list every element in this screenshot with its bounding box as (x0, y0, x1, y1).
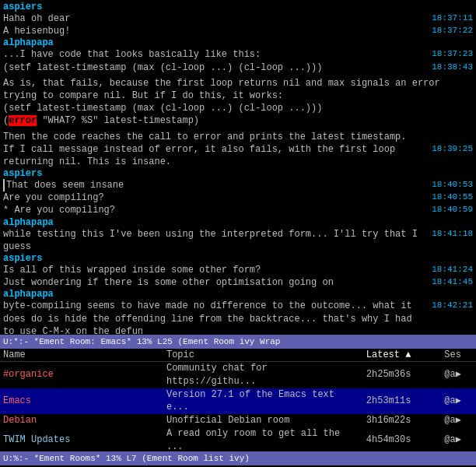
message-text: Then the code reaches the call to error … (3, 131, 467, 143)
col-header-latest: Latest ▲ (363, 349, 442, 362)
room-name-cell: Emacs (0, 388, 163, 415)
col-header-session: Ses (441, 349, 476, 362)
room-name-cell: Debian (0, 414, 163, 427)
message-text: ...I have code that looks basically like… (3, 48, 425, 61)
message-text: while testing this I've been using the i… (3, 228, 425, 253)
author-label: aspiers (3, 168, 42, 179)
room-name[interactable]: Emacs (3, 395, 31, 406)
message-group: aspiers (3, 168, 473, 179)
message-text: A heisenbug! (3, 25, 425, 37)
col-header-name: Name (0, 349, 163, 362)
message-line: Then the code reaches the call to error … (3, 131, 473, 143)
message-line: ...I have code that looks basically like… (3, 48, 473, 61)
room-latest-cell: 4h54m30s (363, 427, 442, 451)
message-line: byte-compiling seems to have made no dif… (3, 300, 473, 335)
table-row[interactable]: EmacsVersion 27.1 of the Emacs text e...… (0, 388, 476, 415)
message-text: (setf latest-timestamp (max (cl-loop ...… (3, 61, 425, 74)
message-text: As is, that fails, because the first loo… (3, 77, 467, 102)
room-topic-cell: Community chat for https://githu... (163, 362, 363, 388)
room-session-cell: @a▶ (441, 414, 476, 427)
message-time: 18:37:23 (432, 48, 473, 60)
room-topic-cell: A read only room to get all the ... (163, 427, 363, 451)
room-latest-cell: 2h53m11s (363, 388, 442, 415)
message-text: * Are you compiling? (3, 204, 425, 216)
room-name[interactable]: #organice (3, 369, 54, 380)
room-session-cell: @a▶ (441, 388, 476, 415)
room-topic-cell: Version 27.1 of the Emacs text e... (163, 388, 363, 415)
message-group: alphapapa (3, 37, 473, 48)
message-line: Are you compiling? 18:40:55 (3, 191, 473, 204)
message-line: (setf latest-timestamp (max (cl-loop ...… (3, 102, 473, 114)
room-latest-cell: 2h25m36s (363, 362, 442, 388)
message-time: 18:37:22 (432, 25, 473, 37)
author-label: aspiers (3, 2, 42, 12)
room-name[interactable]: Debian (3, 415, 37, 426)
room-name-cell: TWIM Updates (0, 427, 163, 451)
message-line: That does seem insane 18:40:53 (3, 179, 473, 191)
message-group: alphapapa (3, 217, 473, 228)
message-group: aspiers (3, 2, 473, 12)
message-text: If I call message instead of error, it a… (3, 143, 425, 168)
message-text: (error "WHAT? %S" latest-timestamp) (3, 114, 467, 127)
message-text: byte-compiling seems to have made no dif… (3, 300, 425, 335)
message-line: As is, that fails, because the first loo… (3, 77, 473, 102)
message-line: Is all of this wrapped inside some other… (3, 264, 473, 276)
message-time: 18:38:43 (432, 61, 473, 73)
room-topic-cell: Unofficial Debian room (163, 414, 363, 427)
author-label: alphapapa (3, 37, 54, 48)
message-group: aspiers (3, 253, 473, 264)
mode-line-text: U:*:- *Ement Room: Emacs* 13% L25 (Ement… (3, 337, 280, 346)
message-time: 18:40:55 (432, 191, 473, 203)
table-header-row: Name Topic Latest ▲ Ses (0, 349, 476, 362)
author-label: alphapapa (3, 289, 54, 300)
message-text: Is all of this wrapped inside some other… (3, 264, 425, 276)
rooms-tbody: #organiceCommunity chat for https://gith… (0, 362, 476, 452)
table-row[interactable]: DebianUnofficial Debian room3h16m22s@a▶ (0, 414, 476, 427)
message-text: Haha oh dear (3, 12, 425, 25)
message-text: Just wondering if there is some other op… (3, 276, 425, 289)
message-time: 18:39:25 (432, 143, 473, 155)
room-name-cell: #organice (0, 362, 163, 388)
col-header-topic: Topic (163, 349, 363, 362)
rooms-table: Name Topic Latest ▲ Ses #organiceCommuni… (0, 349, 476, 451)
author-label: alphapapa (3, 217, 54, 228)
message-line: * Are you compiling? 18:40:59 (3, 204, 473, 216)
error-token: error (9, 115, 37, 126)
message-time: 18:40:59 (432, 204, 473, 216)
message-time: 18:40:53 (432, 179, 473, 191)
room-name[interactable]: TWIM Updates (3, 434, 70, 445)
message-text: That does seem insane (3, 179, 425, 191)
message-time: 18:42:21 (432, 300, 473, 311)
chat-mode-line: U:*:- *Ement Room: Emacs* 13% L25 (Ement… (0, 335, 476, 349)
message-line: Just wondering if there is some other op… (3, 276, 473, 289)
message-group: alphapapa (3, 289, 473, 300)
table-row[interactable]: #organiceCommunity chat for https://gith… (0, 362, 476, 388)
author-label: aspiers (3, 253, 42, 264)
message-line: Haha oh dear 18:37:11 (3, 12, 473, 25)
room-session-cell: @a▶ (441, 362, 476, 388)
message-line: while testing this I've been using the i… (3, 228, 473, 253)
message-line: (setf latest-timestamp (max (cl-loop ...… (3, 61, 473, 74)
room-session-cell: @a▶ (441, 427, 476, 451)
message-time: 18:41:18 (432, 228, 473, 240)
chat-area: aspiers Haha oh dear 18:37:11 A heisenbu… (0, 0, 476, 335)
room-latest-cell: 3h16m22s (363, 414, 442, 427)
message-time: 18:41:45 (432, 276, 473, 288)
message-text: (setf latest-timestamp (max (cl-loop ...… (3, 102, 467, 114)
rooms-area: Name Topic Latest ▲ Ses #organiceCommuni… (0, 349, 476, 451)
message-line: If I call message instead of error, it a… (3, 143, 473, 168)
message-line: A heisenbug! 18:37:22 (3, 25, 473, 37)
message-line: (error "WHAT? %S" latest-timestamp) (3, 114, 473, 127)
message-text: Are you compiling? (3, 191, 425, 204)
rooms-mode-line-text: U:%:- *Ement Rooms* 13% L7 (Ement Room l… (3, 454, 250, 463)
message-time: 18:37:11 (432, 12, 473, 24)
rooms-mode-line: U:%:- *Ement Rooms* 13% L7 (Ement Room l… (0, 451, 476, 465)
table-row[interactable]: TWIM UpdatesA read only room to get all … (0, 427, 476, 451)
message-time: 18:41:24 (432, 264, 473, 276)
